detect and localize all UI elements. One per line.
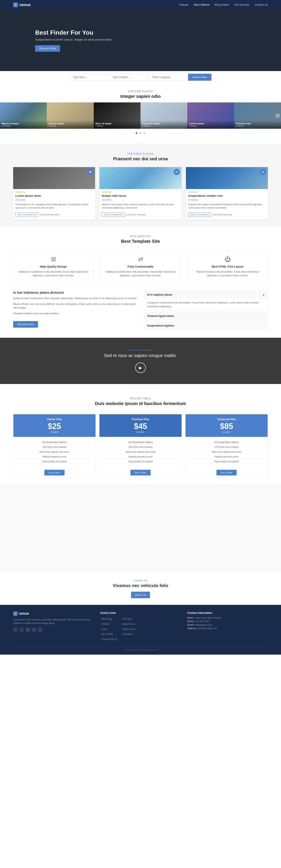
footer-link-4[interactable]: My Portfolio: [100, 633, 113, 635]
social-youtube[interactable]: y: [38, 627, 43, 632]
contact-button[interactable]: Get In Us: [131, 592, 150, 598]
footer-link-2[interactable]: Portfolio: [100, 623, 110, 625]
footer-contact-item-3: Email: hello@venue.com: [187, 624, 268, 626]
place-count-4: 5 listings: [142, 125, 186, 127]
pricing-title: Duis molestie ipsum id faucibus fermentu…: [13, 401, 268, 406]
footer-contact-label-3: Email:: [187, 624, 194, 626]
place-card-6[interactable]: Praesent nec 3 listings ›: [234, 102, 281, 129]
place-name-4: Fusce ac turpis: [142, 122, 186, 125]
continue-button-2[interactable]: CONTINUE READING: [126, 213, 146, 217]
play-button[interactable]: ▶: [135, 363, 146, 373]
accordion-icon-2: ○: [263, 314, 264, 318]
buy-button-premium[interactable]: Buy it Now: [131, 470, 151, 475]
logo[interactable]: v venue: [13, 2, 31, 7]
services-section: Our Services Best Template Site ⊞ High Q…: [0, 226, 281, 288]
accordion-header-1[interactable]: Ut in dapibus ipsum ●: [144, 291, 268, 299]
footer-link-5[interactable]: Photo BLOG UI: [100, 638, 117, 640]
footer-link-9[interactable]: Inspiration: [121, 633, 133, 635]
footer-link-3[interactable]: Login: [100, 628, 107, 630]
dot-2[interactable]: [140, 132, 141, 134]
footer-link-8[interactable]: Terms Emma: [121, 628, 136, 630]
footer-about-text: Lorem ipsum dolor sit amet, consectetur …: [13, 618, 94, 625]
place-card-5[interactable]: Lorem ipsum 3 listings: [187, 102, 234, 129]
pricing-feature-p-0: onti Suspendisse dapibus: [103, 440, 178, 445]
continue-button-3[interactable]: CONTINUE READING: [212, 213, 232, 217]
featured-label: Featured Places: [13, 152, 268, 155]
accordion-header-3[interactable]: Suspendisse dapibus ○: [144, 322, 268, 330]
pricing-feature-a-3: Haboula praesent yuccie: [189, 455, 264, 459]
info-cta-button[interactable]: Discover More: [13, 321, 38, 328]
info-para-3: Phasellus efficitur amet nec turpis elei…: [13, 312, 137, 316]
services-label: Our Services: [13, 235, 268, 238]
service-text-2: Vestibulum condimentum elit udi porttito…: [105, 270, 176, 277]
featured-cards: 28 ★★★★★ Lorem ipsum dolor Ut facilisis …: [13, 167, 268, 219]
footer-logo: v venue: [13, 612, 94, 616]
card-badge-3: 12: [260, 169, 266, 175]
slider-dots: [0, 129, 281, 137]
footer-link-6[interactable]: Our Story: [121, 618, 132, 620]
logo-icon: v: [13, 2, 18, 7]
card-location-1: Ut facilisis: [13, 198, 95, 202]
hero-subtitle: Suspendisse eu lorem massa. Integer sit …: [35, 38, 113, 41]
pricing-period-premium: /monthly: [103, 431, 178, 433]
footer-contact-value-4: 123 Main Street, NY: [197, 627, 217, 630]
video-label: Video Presentation: [13, 349, 268, 351]
social-linkedin[interactable]: in: [32, 627, 36, 632]
card-text-3: Praesent acm neque accumsandor Phasellus…: [186, 202, 268, 211]
list-item: Portfolio: [100, 622, 117, 626]
accordion-icon-1: ●: [263, 293, 264, 297]
place-card-3[interactable]: Nunc id quam 7 listings: [94, 102, 140, 129]
continue-button-1[interactable]: CONTINUE READING: [39, 213, 59, 217]
buy-button-advanced[interactable]: Buy it Now: [217, 470, 237, 475]
nav-most-videos[interactable]: Most Videos▾: [194, 3, 209, 6]
search-input-location[interactable]: [109, 74, 149, 81]
social-gplus[interactable]: g+: [25, 627, 30, 632]
pricing-feature-a-1: 470 Pellor color enamed: [189, 445, 264, 450]
service-text-1: Vestibulum condimentum elit udi porttito…: [18, 270, 89, 277]
footer-links-col-1: Main Page Portfolio Login My Portfolio P…: [100, 617, 117, 642]
popular-section: Popular Places Integer sapien odio Mauri…: [0, 83, 281, 144]
add-fav-button-1[interactable]: ADD TO FAVORITES: [16, 213, 38, 217]
service-item-1: ⊞ High Quality Design Vestibulum condime…: [13, 251, 94, 282]
search-button[interactable]: Search Now: [188, 74, 211, 81]
place-card-2[interactable]: Aenean dolor 9 listings: [47, 102, 93, 129]
card-stars-1: ★★★★★: [13, 189, 95, 193]
pricing-features-advanced: onti Suspendisse dapibus 470 Pellor colo…: [186, 437, 268, 467]
featured-section: Featured Places Praesent nec dui sed urn…: [0, 144, 281, 226]
search-input-main[interactable]: [69, 74, 109, 81]
nav-blog[interactable]: Blog Entries: [215, 3, 229, 6]
dot-1[interactable]: [136, 132, 137, 134]
footer-col-about: v venue Lorem ipsum dolor sit amet, cons…: [13, 612, 94, 642]
add-fav-button-2[interactable]: ADD TO FAVORITES: [102, 213, 124, 217]
hero-cta-button[interactable]: Discover More: [35, 45, 60, 52]
footer-contact-item-2: Phone: 123-456-7890: [187, 620, 268, 623]
list-item: Main Page: [100, 617, 117, 621]
next-arrow[interactable]: ›: [276, 114, 280, 118]
accordion-header-2[interactable]: Vivamus ligula metus. ○: [144, 312, 268, 320]
pricing-buy-premium: Buy it Now: [100, 467, 181, 478]
search-input-category[interactable]: [149, 74, 188, 81]
navigation: v venue Popular Most Videos▾ Blog Entrie…: [0, 0, 281, 10]
nav-contact[interactable]: Contact Us: [255, 3, 268, 6]
buy-button-starter[interactable]: Buy it Now: [44, 470, 65, 475]
footer-link-1[interactable]: Main Page: [100, 618, 112, 620]
card-badge-2: 20: [174, 169, 180, 175]
social-facebook[interactable]: f: [13, 627, 18, 632]
card-badge-1: 28: [87, 169, 93, 175]
nav-services[interactable]: Our Services: [234, 3, 249, 6]
featured-header: Featured Places Praesent nec dui sed urn…: [13, 146, 268, 165]
gallery-area: [0, 485, 281, 572]
service-icon-2: ⇄: [105, 255, 176, 263]
footer-contact-item-1: Dolor: Lorem ipsum dolor sit amet: [187, 617, 268, 619]
dot-3[interactable]: [144, 132, 145, 134]
footer-link-7[interactable]: About Emma: [121, 623, 135, 625]
service-icon-3: ⏻: [192, 255, 263, 263]
place-card-1[interactable]: Mauris tempus 11 listings: [0, 102, 47, 129]
nav-popular[interactable]: Popular: [179, 3, 188, 6]
add-fav-button-3[interactable]: ADD TO FAVORITES: [188, 213, 211, 217]
pricing-feature-s-4: Fixed shabby chic gelient: [17, 459, 92, 464]
pricing-feature-s-1: 250 Pellor color enamed: [17, 445, 92, 450]
place-card-4[interactable]: Fusce ac turpis 5 listings: [140, 102, 187, 129]
featured-card-3: 12 ★★★★★ Suspendisse semper non Ut facil…: [186, 167, 268, 219]
social-twitter[interactable]: t: [19, 627, 24, 632]
